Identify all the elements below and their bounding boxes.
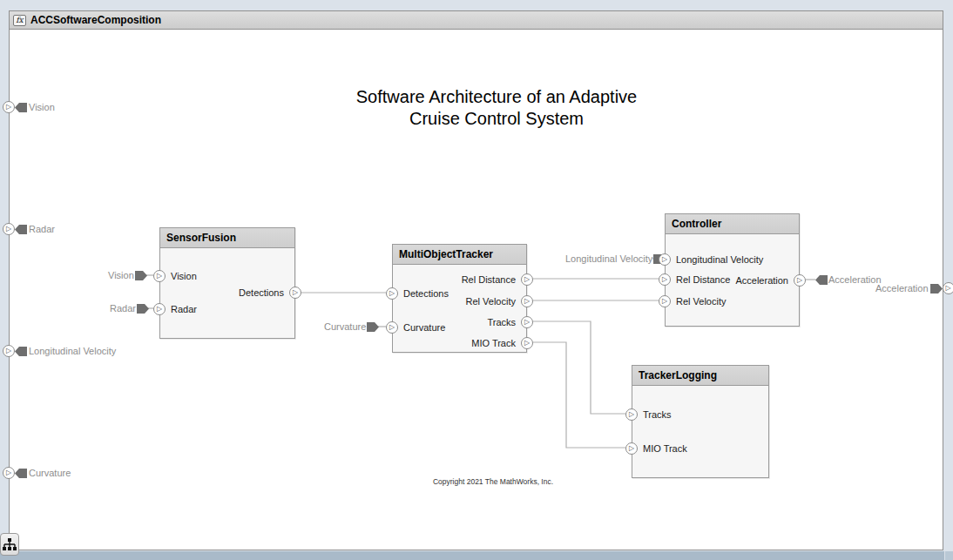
- signal-tag-icon: [815, 275, 828, 285]
- signal-tag-longitudinal-velocity[interactable]: Longitudinal Velocity: [564, 253, 666, 264]
- signal-tag-icon: [137, 304, 149, 314]
- input-port-icon: ▷: [659, 273, 671, 286]
- output-port-icon: ▷: [521, 295, 533, 307]
- signal-tag-curvature[interactable]: Curvature: [323, 321, 379, 332]
- port-in-curvature[interactable]: ▷ Curvature: [386, 320, 445, 334]
- frame-input-port-curvature[interactable]: ▷ Curvature: [3, 466, 72, 480]
- frame-input-port-longitudinal-velocity[interactable]: ▷ Longitudinal Velocity: [3, 344, 118, 358]
- output-port-icon: ▷: [794, 274, 806, 287]
- input-port-icon: ▷: [625, 408, 638, 421]
- port-in-tracks[interactable]: ▷ Tracks: [625, 408, 672, 421]
- port-in-rel-velocity[interactable]: ▷ Rel Velocity: [659, 294, 726, 307]
- port-in-radar[interactable]: ▷ Radar: [153, 302, 197, 315]
- input-port-icon: ▷: [153, 303, 166, 315]
- copyright-text: Copyright 2021 The MathWorks, Inc.: [319, 477, 667, 486]
- model-title: ACCSoftwareComposition: [30, 14, 161, 26]
- output-port-icon: ▷: [521, 273, 533, 286]
- component-header[interactable]: Controller: [666, 214, 799, 234]
- diagram-title-line1: Software Architecture of an Adaptive: [287, 86, 706, 108]
- input-port-icon: ▷: [659, 253, 671, 266]
- port-out-tracks[interactable]: ▷ Tracks: [487, 315, 533, 328]
- component-sensorfusion[interactable]: SensorFusion ▷ Vision ▷ Radar ▷ Detectio…: [159, 227, 295, 339]
- port-in-detections[interactable]: ▷ Detections: [386, 287, 449, 300]
- tag-label: Radar: [110, 303, 136, 314]
- port-label: Tracks: [643, 409, 672, 420]
- frame-port-label: Longitudinal Velocity: [29, 346, 116, 356]
- port-in-rel-distance[interactable]: ▷ Rel Distance: [659, 273, 730, 286]
- signal-tag-icon: [930, 284, 943, 293]
- port-label: Curvature: [403, 322, 445, 333]
- port-out-detections[interactable]: ▷ Detections: [239, 286, 301, 299]
- output-port-icon: ▷: [289, 287, 301, 299]
- port-label: Rel Velocity: [676, 296, 726, 307]
- port-label: Vision: [171, 271, 197, 281]
- signal-tag-icon: [15, 103, 27, 112]
- input-port-icon: ▷: [625, 442, 638, 455]
- component-header[interactable]: SensorFusion: [160, 228, 294, 248]
- diagram-title: Software Architecture of an Adaptive Cru…: [287, 86, 706, 130]
- signal-tag-radar[interactable]: Radar: [109, 303, 149, 314]
- diagram-title-line2: Cruise Control System: [287, 108, 706, 130]
- horizontal-scrollbar[interactable]: [0, 551, 944, 560]
- port-in-longitudinal-velocity[interactable]: ▷ Longitudinal Velocity: [659, 253, 763, 266]
- output-port-icon: ▷: [943, 282, 953, 294]
- input-port-icon: ▷: [3, 345, 15, 357]
- fx-icon: fx: [13, 15, 26, 26]
- port-label: Radar: [171, 304, 197, 314]
- signal-tag-acceleration[interactable]: Acceleration: [815, 274, 882, 285]
- port-label: Detections: [239, 287, 284, 298]
- input-port-icon: ▷: [659, 295, 671, 307]
- frame-port-label: Curvature: [29, 468, 71, 478]
- port-in-vision[interactable]: ▷ Vision: [153, 269, 197, 282]
- port-label: Tracks: [487, 317, 516, 327]
- component-controller[interactable]: Controller ▷ Longitudinal Velocity ▷ Rel…: [665, 213, 800, 327]
- port-label: Acceleration: [735, 275, 788, 286]
- tag-label: Longitudinal Velocity: [565, 253, 652, 264]
- port-in-mio-track[interactable]: ▷ MIO Track: [625, 442, 687, 455]
- frame-input-port-vision[interactable]: ▷ Vision: [3, 100, 57, 114]
- model-titlebar: fx ACCSoftwareComposition: [10, 11, 943, 30]
- port-label: Detections: [403, 288, 449, 299]
- component-header[interactable]: MultiObjectTracker: [393, 245, 526, 265]
- input-port-icon: ▷: [3, 467, 15, 479]
- component-multiobjecttracker[interactable]: MultiObjectTracker ▷ Detections ▷ Curvat…: [392, 244, 527, 353]
- frame-port-label: Acceleration: [875, 283, 929, 293]
- component-title: MultiObjectTracker: [399, 248, 493, 260]
- port-out-acceleration[interactable]: ▷ Acceleration: [735, 273, 806, 287]
- port-out-rel-velocity[interactable]: ▷ Rel Velocity: [466, 294, 533, 307]
- signal-tag-icon: [135, 271, 147, 280]
- signal-tag-icon: [15, 347, 27, 356]
- frame-output-port-acceleration[interactable]: Acceleration ▷: [874, 281, 953, 295]
- input-port-icon: ▷: [3, 223, 15, 235]
- input-port-icon: ▷: [386, 287, 398, 300]
- input-port-icon: ▷: [386, 321, 398, 334]
- architecture-canvas: fx ACCSoftwareComposition Software Archi…: [0, 0, 953, 560]
- input-port-icon: ▷: [3, 101, 15, 113]
- signal-tag-icon: [15, 225, 27, 234]
- tag-label: Curvature: [324, 321, 366, 332]
- output-port-icon: ▷: [521, 316, 533, 328]
- signal-tag-icon: [15, 469, 27, 478]
- output-port-icon: ▷: [521, 337, 533, 349]
- input-port-icon: ▷: [153, 270, 166, 282]
- component-title: Controller: [672, 218, 721, 230]
- tag-label: Vision: [108, 270, 134, 280]
- port-label: Rel Velocity: [466, 296, 516, 307]
- signal-tag-vision[interactable]: Vision: [107, 270, 147, 280]
- port-label: Longitudinal Velocity: [676, 254, 763, 265]
- frame-port-label: Vision: [29, 102, 55, 112]
- horizontal-scrollbar-end: [945, 551, 953, 560]
- port-label: Rel Distance: [462, 274, 516, 285]
- port-label: Rel Distance: [676, 274, 730, 285]
- component-trackerlogging[interactable]: TrackerLogging ▷ Tracks ▷ MIO Track: [632, 365, 769, 478]
- component-header[interactable]: TrackerLogging: [632, 366, 768, 386]
- port-out-mio-track[interactable]: ▷ MIO Track: [471, 336, 533, 349]
- port-label: MIO Track: [643, 443, 687, 454]
- port-label: MIO Track: [471, 338, 516, 348]
- component-title: TrackerLogging: [639, 369, 717, 381]
- tag-label: Acceleration: [828, 274, 882, 285]
- port-out-rel-distance[interactable]: ▷ Rel Distance: [462, 273, 533, 286]
- hierarchy-navigate-button[interactable]: [0, 533, 19, 556]
- frame-port-label: Radar: [29, 224, 55, 234]
- frame-input-port-radar[interactable]: ▷ Radar: [3, 222, 57, 236]
